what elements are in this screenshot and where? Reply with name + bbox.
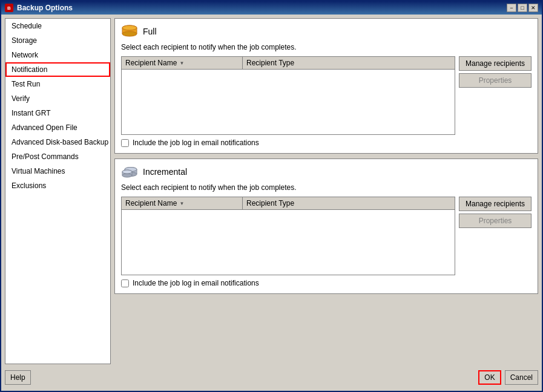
full-section-title: Full xyxy=(143,27,157,36)
incremental-section-title: Incremental xyxy=(143,167,187,177)
window-icon: B xyxy=(5,4,13,12)
title-bar-buttons: − □ ✕ xyxy=(507,4,538,12)
incremental-section: Incremental Select each recipient to not… xyxy=(114,158,538,294)
ok-button[interactable]: OK xyxy=(478,370,501,385)
sidebar-item-exclusions[interactable]: Exclusions xyxy=(5,178,110,193)
sidebar-item-verify[interactable]: Verify xyxy=(5,91,110,106)
incremental-include-log-label: Include the job log in email notificatio… xyxy=(133,279,259,287)
incremental-include-log-checkbox[interactable] xyxy=(121,279,129,287)
cancel-button[interactable]: Cancel xyxy=(505,370,538,385)
incremental-section-header: Incremental xyxy=(121,165,531,178)
full-include-log-label: Include the job log in email notificatio… xyxy=(133,139,259,147)
window-title: Backup Options xyxy=(17,4,73,12)
window-body: Schedule Storage Network Notification Te… xyxy=(1,15,542,391)
incremental-properties-button[interactable]: Properties xyxy=(459,214,531,228)
svg-point-17 xyxy=(122,170,132,174)
incremental-table-header: Recipient Name ▼ Recipient Type xyxy=(122,197,455,210)
full-checkbox-row: Include the job log in email notificatio… xyxy=(121,139,531,147)
sidebar-item-pre-post-commands[interactable]: Pre/Post Commands xyxy=(5,149,110,164)
minimize-button[interactable]: − xyxy=(507,4,516,12)
incremental-section-description: Select each recipient to notify when the… xyxy=(121,183,531,192)
incremental-manage-recipients-button[interactable]: Manage recipients xyxy=(459,197,531,211)
full-properties-button[interactable]: Properties xyxy=(459,73,531,88)
full-section-description: Select each recipient to notify when the… xyxy=(121,43,531,51)
incremental-table-buttons: Manage recipients Properties xyxy=(459,197,531,275)
full-recipients-table: Recipient Name ▼ Recipient Type xyxy=(121,56,455,135)
incremental-checkbox-row: Include the job log in email notificatio… xyxy=(121,279,531,287)
sidebar-item-network[interactable]: Network xyxy=(5,48,110,62)
full-section-icon xyxy=(121,25,138,38)
sort-arrow-icon: ▼ xyxy=(179,201,184,206)
sidebar-item-test-run[interactable]: Test Run xyxy=(5,77,110,91)
sidebar-item-storage[interactable]: Storage xyxy=(5,33,110,48)
svg-point-5 xyxy=(122,25,137,30)
svg-point-16 xyxy=(122,174,132,177)
help-button[interactable]: Help xyxy=(5,370,31,385)
sidebar: Schedule Storage Network Notification Te… xyxy=(5,18,111,364)
content-area: Full Select each recipient to notify whe… xyxy=(114,18,538,364)
close-button[interactable]: ✕ xyxy=(528,4,538,12)
full-include-log-checkbox[interactable] xyxy=(121,139,129,147)
main-area: Schedule Storage Network Notification Te… xyxy=(5,18,538,364)
full-col-recipient-name[interactable]: Recipient Name ▼ xyxy=(122,57,243,69)
incremental-table-body xyxy=(122,210,455,270)
full-table-header: Recipient Name ▼ Recipient Type xyxy=(122,57,455,70)
sort-arrow-icon: ▼ xyxy=(179,60,184,66)
maximize-button[interactable]: □ xyxy=(518,4,527,12)
full-col-recipient-type[interactable]: Recipient Type xyxy=(243,57,455,69)
svg-point-4 xyxy=(122,31,137,36)
full-table-area: Recipient Name ▼ Recipient Type Manage r… xyxy=(121,56,531,135)
sidebar-item-instant-grt[interactable]: Instant GRT xyxy=(5,106,110,120)
sidebar-item-notification[interactable]: Notification xyxy=(5,62,110,77)
sidebar-item-virtual-machines[interactable]: Virtual Machines xyxy=(5,164,110,178)
incremental-recipients-table: Recipient Name ▼ Recipient Type xyxy=(121,197,455,275)
full-section-header: Full xyxy=(121,25,531,38)
full-section: Full Select each recipient to notify whe… xyxy=(114,18,538,154)
full-table-buttons: Manage recipients Properties xyxy=(459,56,531,135)
incremental-section-icon xyxy=(121,165,138,178)
full-table-body xyxy=(122,70,455,130)
title-bar: B Backup Options − □ ✕ xyxy=(1,1,542,15)
sidebar-item-advanced-open-file[interactable]: Advanced Open File xyxy=(5,120,110,135)
backup-options-window: B Backup Options − □ ✕ Schedule Storage … xyxy=(0,0,543,392)
incremental-table-area: Recipient Name ▼ Recipient Type Manage r… xyxy=(121,197,531,275)
sidebar-item-schedule[interactable]: Schedule xyxy=(5,19,110,33)
title-bar-left: B Backup Options xyxy=(5,4,73,12)
sidebar-item-advanced-disk-backup[interactable]: Advanced Disk-based Backup xyxy=(5,135,110,149)
footer-right: OK Cancel xyxy=(478,370,538,385)
incremental-col-recipient-name[interactable]: Recipient Name ▼ xyxy=(122,197,243,209)
incremental-col-recipient-type[interactable]: Recipient Type xyxy=(243,197,455,209)
footer: Help OK Cancel xyxy=(5,368,538,387)
footer-left: Help xyxy=(5,370,31,385)
full-manage-recipients-button[interactable]: Manage recipients xyxy=(459,56,531,71)
